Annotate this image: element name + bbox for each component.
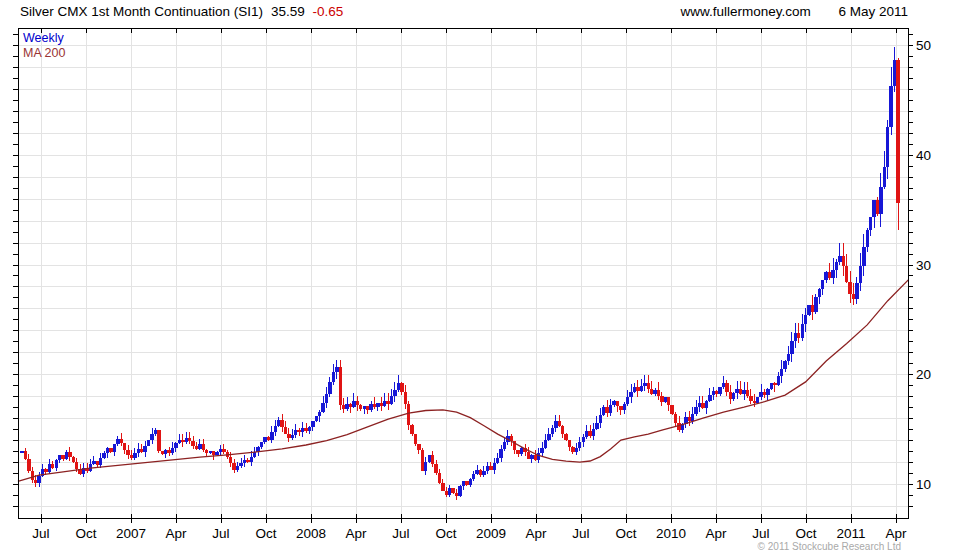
- y-axis-label: 20: [916, 367, 931, 382]
- x-axis-label: 2010: [656, 526, 686, 541]
- y-axis-label: 40: [916, 148, 931, 163]
- y-axis-label: 50: [916, 38, 931, 53]
- x-axis-label: Apr: [345, 526, 367, 541]
- ma200-line: [18, 280, 908, 481]
- x-axis-label: Jul: [32, 526, 49, 541]
- candles: [20, 47, 899, 500]
- x-axis-label: Oct: [795, 526, 816, 541]
- price-chart: 1020304050JulOct2007AprJulOct2008AprJulO…: [0, 0, 960, 560]
- x-axis-label: Jul: [212, 526, 229, 541]
- x-axis-label: Jul: [752, 526, 769, 541]
- x-axis-label: Apr: [525, 526, 547, 541]
- x-axis-label: 2009: [476, 526, 506, 541]
- x-axis-label: Oct: [615, 526, 636, 541]
- x-axis-label: Apr: [165, 526, 187, 541]
- copyright: © 2011 Stockcube Research Ltd: [0, 541, 901, 552]
- y-axis-label: 10: [916, 477, 931, 492]
- x-axis-label: Apr: [885, 526, 907, 541]
- x-axis-label: Jul: [392, 526, 409, 541]
- x-axis-label: 2008: [296, 526, 326, 541]
- legend-weekly-label: Weekly: [23, 31, 65, 46]
- y-axis-label: 30: [916, 258, 931, 273]
- x-axis-label: Oct: [435, 526, 456, 541]
- axis-ticks: [13, 28, 913, 523]
- x-axis-label: 2011: [836, 526, 865, 541]
- x-axis-label: Oct: [255, 526, 276, 541]
- x-axis-label: 2007: [116, 526, 146, 541]
- x-axis-label: Oct: [75, 526, 96, 541]
- chart-legend: Weekly MA 200: [23, 31, 65, 61]
- x-axis-label: Apr: [705, 526, 727, 541]
- legend-ma200-label: MA 200: [23, 46, 65, 61]
- plot-border: [19, 29, 909, 519]
- x-axis-label: Jul: [572, 526, 589, 541]
- gridlines: [18, 28, 908, 518]
